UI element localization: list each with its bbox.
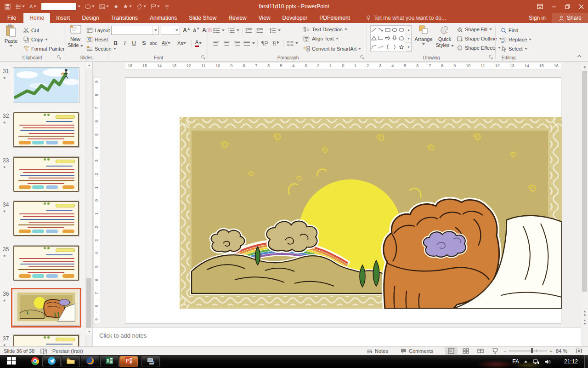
right-brace-shape-icon[interactable] — [393, 44, 396, 50]
change-case-button[interactable]: Aa — [176, 39, 187, 48]
spell-check-icon[interactable] — [40, 347, 47, 355]
align-right-button[interactable] — [233, 39, 240, 48]
rectangle-shape-icon[interactable] — [385, 28, 390, 32]
thumbnail-scroll-thumb[interactable] — [86, 278, 91, 329]
shapes-gallery-scroll[interactable]: ▲▼▼ — [406, 25, 412, 52]
taskbar-app-remote[interactable] — [141, 356, 160, 367]
underline-button[interactable]: U — [130, 39, 138, 48]
reset-button[interactable]: Reset — [86, 35, 108, 44]
slide-canvas[interactable] — [125, 77, 561, 324]
main-scrollbar[interactable]: ▲ ▲▲ ▼▼ — [581, 62, 588, 346]
strikethrough-button[interactable]: abc — [149, 39, 158, 48]
copy-button[interactable]: Copy — [23, 35, 48, 44]
star-icon[interactable]: ★ — [113, 4, 119, 9]
slide-thumbnail-37[interactable] — [13, 334, 79, 346]
elbow-connector-icon[interactable] — [378, 36, 384, 40]
left-brace-shape-icon[interactable] — [386, 44, 390, 50]
fit-slide-button[interactable] — [573, 347, 584, 355]
network-icon[interactable] — [532, 359, 540, 365]
slide-sorter-view-button[interactable] — [459, 347, 472, 355]
font-size-input[interactable] — [161, 26, 174, 34]
dialog-launcher-icon[interactable] — [360, 55, 365, 60]
tab-transitions[interactable]: Transitions — [105, 13, 144, 23]
font-name-combo[interactable] — [111, 26, 159, 35]
line-spacing-button[interactable] — [269, 26, 281, 35]
main-scroll-thumb[interactable] — [582, 71, 587, 292]
volume-icon[interactable] — [544, 359, 551, 365]
arrow-right-shape-icon[interactable] — [385, 36, 390, 40]
customize-qat-icon[interactable] — [164, 4, 170, 9]
tab-insert[interactable]: Insert — [50, 13, 76, 23]
shadow-button[interactable]: S — [140, 39, 148, 48]
zoom-out-button[interactable]: − — [503, 347, 506, 355]
justify-button[interactable] — [243, 39, 255, 48]
slide-show-button[interactable] — [489, 347, 502, 355]
notes-toggle[interactable]: Notes — [367, 347, 388, 355]
notes-placeholder[interactable]: Click to add notes — [99, 332, 147, 339]
columns-button[interactable] — [287, 39, 298, 48]
arc-shape-icon[interactable] — [371, 45, 377, 49]
zoom-in-button[interactable]: + — [549, 347, 552, 355]
taskbar-clock[interactable]: 21:12 — [564, 358, 578, 365]
arrange-button[interactable]: Arrange — [413, 24, 434, 45]
font-color-qat-icon[interactable]: A — [29, 4, 36, 9]
curve-shape-icon[interactable] — [378, 45, 384, 49]
zoom-level[interactable]: 84 % — [556, 347, 567, 355]
sign-in-link[interactable]: Sign in — [522, 15, 552, 21]
new-slide-button[interactable]: NewSlide — [65, 24, 85, 48]
save-icon[interactable] — [5, 4, 11, 10]
language-indicator[interactable]: Persian (Iran) — [52, 347, 83, 355]
tab-design[interactable]: Design — [76, 13, 105, 23]
dialog-launcher-icon[interactable] — [201, 55, 206, 60]
text-direction-button[interactable]: A Text Direction — [303, 25, 347, 34]
numbering-button[interactable] — [228, 26, 239, 35]
thumbnail-scrollbar[interactable]: ▲ ▼ — [85, 62, 92, 346]
paragraph-marks-icon[interactable] — [151, 4, 160, 9]
qat-font-input[interactable] — [41, 3, 77, 11]
comments-toggle[interactable]: Comments — [401, 347, 433, 355]
dialog-launcher-icon[interactable] — [57, 55, 62, 60]
show-desktop-button[interactable] — [584, 355, 588, 368]
star-shape-icon[interactable] — [399, 45, 404, 50]
tab-animations[interactable]: Animations — [144, 13, 183, 23]
slide-thumbnail-35[interactable] — [13, 245, 79, 281]
taskbar-app-explorer[interactable] — [62, 356, 80, 367]
taskbar-app-chrome[interactable] — [26, 356, 44, 367]
share-button[interactable]: Share — [552, 13, 588, 23]
scroll-up-icon[interactable]: ▲ — [581, 63, 588, 70]
scroll-up-icon[interactable]: ▲ — [85, 62, 93, 69]
previous-slide-button[interactable]: ▲▲ — [581, 309, 588, 316]
zoom-slider-track[interactable] — [509, 351, 547, 351]
font-name-input[interactable] — [112, 26, 153, 34]
paste-button[interactable]: Paste — [1, 24, 21, 47]
right-to-left-button[interactable] — [272, 39, 279, 48]
tab-review[interactable]: Review — [222, 13, 252, 23]
shape-fill-button[interactable]: Shape Fill — [457, 25, 492, 34]
arrow-down-shape-icon[interactable] — [392, 35, 397, 40]
scroll-down-icon[interactable]: ▼ — [85, 328, 93, 335]
oval-shape-icon[interactable] — [392, 28, 397, 32]
normal-view-button[interactable] — [445, 347, 458, 355]
clock-area[interactable]: 21:12 — [564, 355, 578, 368]
format-painter-button[interactable]: Format Painter — [23, 44, 65, 53]
select-button[interactable]: Select — [501, 44, 527, 53]
slide-thumbnail-31[interactable] — [13, 67, 79, 103]
rounded-rect-shape-icon[interactable] — [399, 28, 404, 32]
tab-file[interactable]: File — [0, 13, 23, 23]
align-center-button[interactable] — [223, 39, 230, 48]
ribbon-display-options-button[interactable] — [533, 0, 547, 13]
restore-button[interactable] — [560, 0, 574, 13]
font-size-combo[interactable] — [161, 26, 180, 35]
start-button[interactable] — [2, 356, 21, 368]
qat-font-box[interactable] — [41, 3, 80, 11]
shrink-font-button[interactable]: A▼ — [192, 26, 201, 35]
find-button[interactable]: Find — [501, 26, 518, 35]
tab-developer[interactable]: Developer — [277, 13, 314, 23]
shape-oval-icon[interactable] — [85, 4, 95, 9]
replace-button[interactable]: abac Replace — [501, 35, 531, 44]
gallery-up-icon[interactable]: ▲ — [406, 26, 411, 34]
close-button[interactable] — [574, 0, 588, 13]
line-shape-icon[interactable] — [371, 28, 377, 32]
bold-button[interactable]: B — [111, 39, 120, 48]
gallery-more-icon[interactable]: ▼ — [406, 43, 411, 52]
